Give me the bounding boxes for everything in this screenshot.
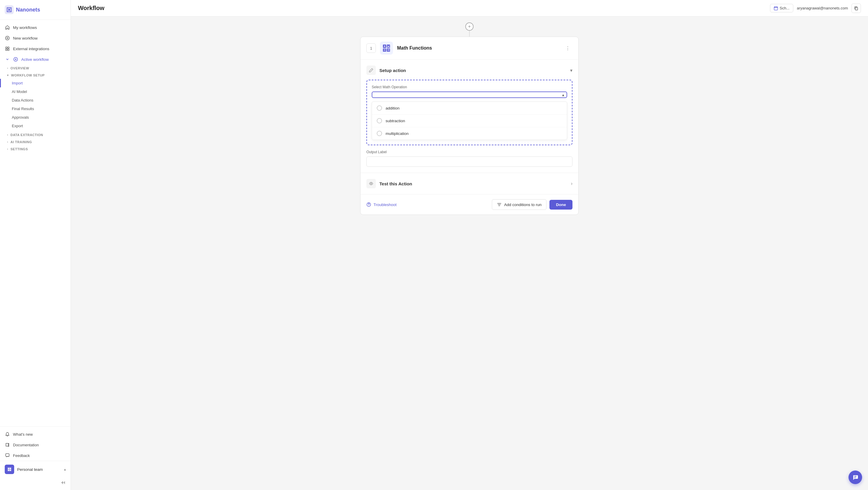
workflow-setup-section: ▾ WORKFLOW SETUP Import AI Model Data Ac… [0,72,70,131]
step-title: Math Functions [397,45,563,51]
add-step-area: + [360,23,579,37]
output-label-input[interactable] [366,156,572,167]
sidebar-section-overview[interactable]: › OVERVIEW [0,65,70,72]
settings-label: SETTINGS [11,147,28,151]
option-subtraction[interactable]: subtraction [372,115,567,127]
chevron-down-icon: ▾ [7,74,9,77]
radio-subtraction [377,118,382,123]
add-conditions-button[interactable]: Add conditions to run [492,199,547,210]
option-multiplication[interactable]: multiplication [372,127,567,140]
svg-rect-5 [8,49,9,51]
plus-circle-icon [5,35,10,41]
svg-rect-4 [6,49,7,51]
chevron-right-icon: › [7,67,8,70]
chat-support-button[interactable] [848,470,862,484]
sidebar-item-active-workflow[interactable]: Active workflow [0,54,70,65]
troubleshoot-button[interactable]: Troubleshoot [366,202,397,207]
setup-title-group: Setup action [366,65,406,75]
data-extraction-label: DATA EXTRACTION [11,133,43,137]
option-multiplication-label: multiplication [385,131,409,136]
sidebar-section-ai-training[interactable]: › AI TRAINING [0,139,70,146]
svg-rect-14 [855,7,858,10]
troubleshoot-icon [366,202,371,207]
chevron-right-icon-ai: › [7,141,8,144]
personal-team-left: Personal team [5,465,43,474]
test-action-section: Test this Action › [361,173,578,194]
feedback-icon [5,453,10,458]
setup-action-title: Setup action [379,68,406,73]
test-action-header: Test this Action › [366,179,572,188]
done-label: Done [556,203,566,207]
svg-rect-7 [6,454,9,456]
chevron-right-icon-data: › [7,133,8,136]
math-operation-dropdown[interactable] [372,92,567,98]
svg-rect-3 [8,47,9,49]
schedule-label: Sch... [780,6,789,10]
sidebar-item-documentation[interactable]: Documentation [0,439,70,450]
sidebar-item-feedback[interactable]: Feedback [0,450,70,461]
sidebar-item-my-workflows[interactable]: My workflows [0,22,70,33]
feedback-label: Feedback [13,453,30,458]
radio-multiplication [377,131,382,136]
chevron-down-small-icon [5,57,10,62]
zap-icon [13,57,18,62]
math-functions-icon [382,44,391,52]
done-button[interactable]: Done [550,200,572,210]
test-chevron-right[interactable]: › [571,181,572,186]
svg-rect-12 [10,470,11,471]
sidebar-section-workflow-setup[interactable]: ▾ WORKFLOW SETUP [0,72,70,79]
workflow-setup-final-results[interactable]: Final Results [0,104,70,113]
svg-rect-13 [774,7,778,10]
option-addition-label: addition [385,106,399,111]
setup-action-header: Setup action ▾ [366,65,572,75]
documentation-label: Documentation [13,443,39,447]
chevron-up-icon: ▴ [64,467,66,471]
math-operation-label: Select Math Operation [372,85,567,89]
collapse-sidebar-button[interactable] [0,478,70,488]
logo-area[interactable]: Nanonets [0,0,70,20]
workflow-setup-ai-model[interactable]: AI Model [0,87,70,96]
header-right: Sch... aryanagrawal@nanonets.com [770,4,861,13]
add-step-button[interactable]: + [465,23,473,31]
setup-chevron-down[interactable]: ▾ [570,68,572,73]
bottom-right: Add conditions to run Done [492,199,572,210]
connector-line [469,31,470,37]
sidebar-section-settings[interactable]: › SETTINGS [0,146,70,153]
svg-rect-9 [8,468,9,469]
sidebar-item-whats-new[interactable]: What's new [0,429,70,439]
personal-team-name: Personal team [17,467,43,472]
workflow-setup-export[interactable]: Export [0,122,70,130]
workflow-setup-label: WORKFLOW SETUP [11,73,45,77]
bell-icon [5,432,10,437]
schedule-button[interactable]: Sch... [770,4,793,12]
option-addition[interactable]: addition [372,102,567,115]
user-email: aryanagrawal@nanonets.com [797,6,848,10]
workflow-setup-approvals[interactable]: Approvals [0,113,70,122]
chat-icon [852,474,859,481]
step-menu-button[interactable]: ⋮ [563,43,572,53]
workflow-setup-import[interactable]: Import [0,79,70,87]
copy-icon [854,6,858,10]
workflow-area: + 1 [360,23,579,484]
troubleshoot-label: Troubleshoot [373,203,397,207]
team-icon [5,465,14,474]
workflow-setup-data-actions[interactable]: Data Actions [0,96,70,104]
option-subtraction-label: subtraction [385,119,405,123]
add-conditions-label: Add conditions to run [504,203,541,207]
book-icon [5,442,10,448]
sidebar-nav: My workflows New workflow [0,20,70,426]
personal-team-section[interactable]: Personal team ▴ [0,461,70,478]
sidebar-section-data-extraction[interactable]: › DATA EXTRACTION [0,131,70,139]
svg-point-19 [371,183,372,184]
test-action-title: Test this Action [379,181,412,186]
svg-rect-18 [387,49,390,52]
nanonets-logo-icon [5,5,13,14]
sidebar-item-external-integrations[interactable]: External integrations [0,43,70,54]
svg-rect-17 [383,49,386,52]
test-title-group: Test this Action [366,179,412,188]
math-operation-options: addition subtraction multiplication [372,101,567,140]
header: Workflow Sch... aryanagrawal@nanonets.co… [71,0,868,17]
copy-button[interactable] [851,4,861,13]
sidebar-item-new-workflow[interactable]: New workflow [0,33,70,43]
app-name: Nanonets [16,7,40,13]
